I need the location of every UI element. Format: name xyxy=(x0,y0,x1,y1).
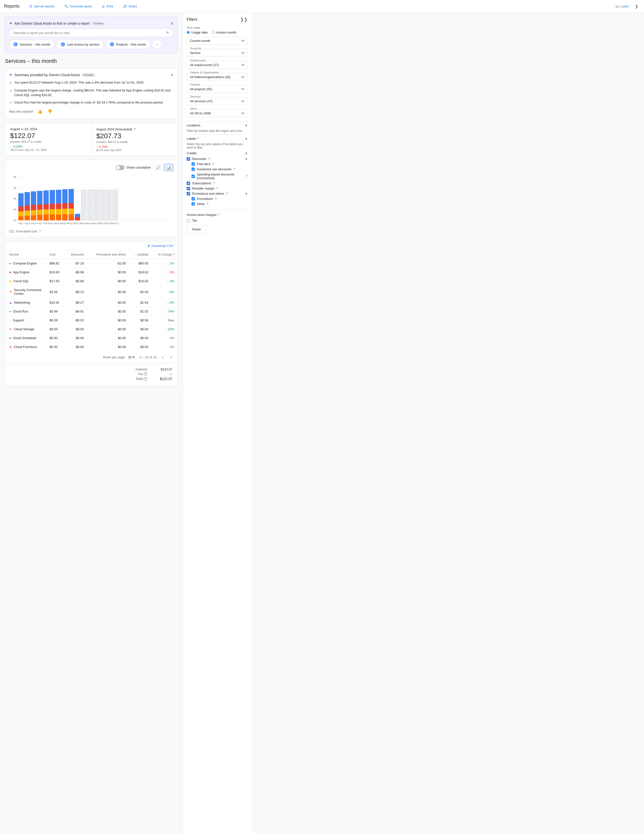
thumbs-down-button[interactable]: 👎 xyxy=(46,108,53,115)
thumbs-up-button[interactable]: 👍 xyxy=(37,108,43,115)
change-help-icon[interactable]: ? xyxy=(173,253,174,256)
print-icon: 🖨 xyxy=(102,5,105,8)
prev-page-button[interactable]: ‹ xyxy=(161,354,165,360)
promotions-parent-help-icon[interactable]: ? xyxy=(226,192,228,195)
discounts-collapse-icon[interactable]: ∧ xyxy=(245,157,248,161)
projects-select[interactable]: All projects (55) xyxy=(187,85,248,93)
services-filter-select[interactable]: All services (47) xyxy=(187,97,248,105)
summary-collapse-button[interactable]: ∧ xyxy=(171,72,173,77)
chip-projects-month[interactable]: G Projects – this month xyxy=(106,40,150,49)
skus-select[interactable]: All SKUs (408) xyxy=(187,109,248,117)
download-csv-button[interactable]: ⬇ Download CSV xyxy=(147,244,173,248)
gemini-search-input[interactable] xyxy=(13,31,164,35)
cost-cell-0: $88.81 xyxy=(50,259,64,268)
filters-expand-button[interactable]: ❯❯ xyxy=(240,17,248,22)
promotions-sub-help-icon[interactable]: ? xyxy=(215,197,217,201)
subtotal-cell-7: $0.04 xyxy=(129,325,151,334)
tax-help-icon[interactable]: ? xyxy=(144,372,147,376)
gemini-collapse-button[interactable]: ∧ xyxy=(171,21,173,26)
print-link[interactable]: 🖨 Print xyxy=(100,3,115,10)
current-credits: includes -$24.37 in credits xyxy=(10,140,86,143)
free-tiers-help-icon[interactable]: ? xyxy=(212,162,214,166)
next-page-button[interactable]: › xyxy=(169,354,173,360)
sustained-use-item: Sustained use discounts ? xyxy=(187,167,248,171)
svg-rect-47 xyxy=(62,214,68,220)
invoice-level-help-icon[interactable]: ? xyxy=(217,213,219,217)
usage-date-option[interactable]: Usage date xyxy=(187,31,208,34)
services-filter-section: Services All services (47) xyxy=(187,97,248,105)
change-cell-6: New xyxy=(151,316,177,325)
generate-query-link[interactable]: 🔍 Generate query xyxy=(63,3,94,10)
line-chart-button[interactable]: 📈 xyxy=(154,164,163,171)
bar-chart-button[interactable]: 📊 xyxy=(164,164,173,171)
chip-services-month[interactable]: G Services – this month xyxy=(9,40,55,49)
subaccounts-select[interactable]: All subaccounts (27) xyxy=(187,61,248,69)
free-tiers-checkbox[interactable] xyxy=(192,162,195,166)
sustained-help-icon[interactable]: ? xyxy=(233,167,235,171)
discounts-help-icon[interactable]: ? xyxy=(208,157,210,161)
service-icon-4: ▲ xyxy=(9,301,12,304)
promotions-cell-1: $0.00 xyxy=(87,268,129,277)
change-cell-3: ↓ 6% xyxy=(151,286,177,298)
discounts-cell-0: -$7.18 xyxy=(64,259,87,268)
invoice-month-radio[interactable] xyxy=(212,31,215,34)
share-link[interactable]: 🔗 Share xyxy=(121,3,139,10)
other-checkbox[interactable] xyxy=(192,202,195,206)
locations-section: Locations ∨ Filter by location data like… xyxy=(187,121,248,133)
gcp-services-icon: G xyxy=(13,42,18,47)
discounts-checkbox[interactable] xyxy=(187,157,190,161)
next-icon: › xyxy=(156,43,157,46)
svg-text:Aug 25: Aug 25 xyxy=(93,222,100,225)
tax-filter-checkbox[interactable] xyxy=(187,219,190,222)
total-help-icon[interactable]: ? xyxy=(144,377,147,381)
see-all-reports-link[interactable]: ☰ See all reports xyxy=(27,3,56,10)
promotions-parent-collapse-icon[interactable]: ∧ xyxy=(245,192,248,195)
rows-per-page-select[interactable]: 10 25 50 xyxy=(127,355,135,359)
chip-last-invoice[interactable]: G Last invoice by service xyxy=(56,40,103,49)
invoice-month-option[interactable]: Invoice month xyxy=(212,31,237,34)
other-help-icon[interactable]: ? xyxy=(207,202,209,206)
locations-header[interactable]: Locations ∨ xyxy=(187,121,248,129)
trend-icon-2: ↗ xyxy=(9,88,12,93)
forecast-help-icon[interactable]: ? xyxy=(39,230,41,233)
quick-reports: G Services – this month G Last invoice b… xyxy=(9,40,173,49)
folders-select[interactable]: All folders/organizations (28) xyxy=(187,73,248,81)
spending-based-checkbox[interactable] xyxy=(192,175,195,178)
collapse-sidebar-button[interactable]: ❯ xyxy=(633,2,640,10)
svg-text:Aug 1: Aug 1 xyxy=(18,222,24,225)
promotions-cell-3: $0.00 xyxy=(87,286,129,298)
change-cell-9: 0% xyxy=(151,343,177,351)
sustained-use-checkbox[interactable] xyxy=(192,167,195,171)
spending-help-icon[interactable]: ? xyxy=(246,174,248,178)
promotions-parent-checkbox[interactable] xyxy=(187,192,190,195)
show-cumulative-toggle[interactable]: Show cumulative xyxy=(116,165,151,170)
reset-button[interactable]: Reset xyxy=(187,225,206,233)
table-row: ★ Cloud Storage $0.04 $0.00 $0.00 $0.04 … xyxy=(5,325,177,334)
filters-header: Filters ❯❯ xyxy=(187,17,248,22)
change-cell-4: ↓ 6% xyxy=(151,298,177,307)
labels-help-icon[interactable]: ? xyxy=(197,137,199,140)
subscriptions-checkbox[interactable] xyxy=(187,182,190,185)
current-month-select[interactable]: Current month xyxy=(187,37,248,45)
promotions-sub-checkbox[interactable] xyxy=(192,197,195,200)
subtotal-cell-1: $18.62 xyxy=(129,268,151,277)
subtotal-value: $122.07 xyxy=(155,367,172,371)
chip-next[interactable]: › xyxy=(152,40,161,49)
labels-header[interactable]: Labels ? ∨ xyxy=(187,135,248,142)
top-nav: Reports ☰ See all reports 🔍 Generate que… xyxy=(0,0,644,13)
current-change-sub: -$5.21 over July 13 – 31, 2024 xyxy=(10,148,86,151)
learn-link[interactable]: 📖 Learn xyxy=(613,3,631,10)
subaccounts-float-label: Subaccounts xyxy=(189,59,207,62)
subtotal-cell-5: $1.02 xyxy=(129,307,151,316)
credits-header[interactable]: Credits ∧ xyxy=(187,151,248,155)
group-by-select[interactable]: Service xyxy=(187,49,248,57)
forecasted-help-icon[interactable]: ? xyxy=(134,127,135,131)
usage-date-radio[interactable] xyxy=(187,31,190,34)
reseller-margin-item: Reseller margin ? xyxy=(187,187,248,190)
subscriptions-help-icon[interactable]: ? xyxy=(213,182,215,185)
reseller-margin-checkbox[interactable] xyxy=(187,187,190,190)
reseller-help-icon[interactable]: ? xyxy=(216,187,218,190)
list-icon: ☰ xyxy=(29,5,32,8)
chart-svg-wrapper: $8 $6 $4 $2 $0 xyxy=(9,174,173,228)
group-by-section: Group by Service xyxy=(187,49,248,57)
